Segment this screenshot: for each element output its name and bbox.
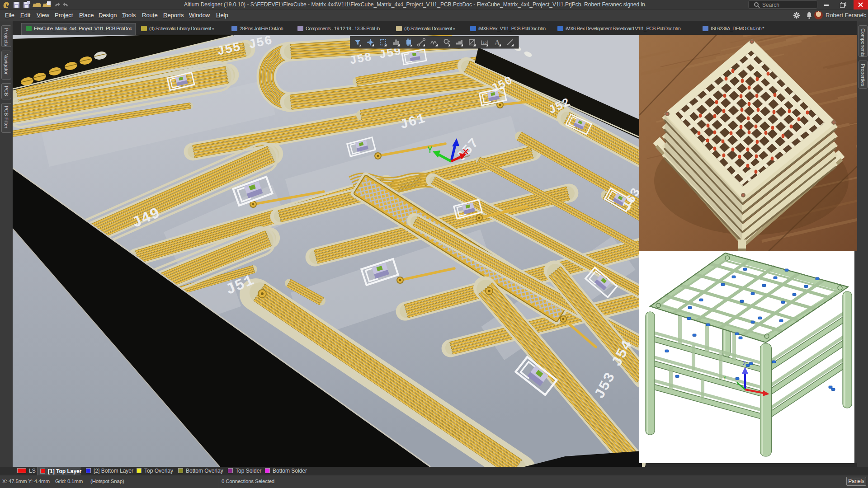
- svg-text:Y: Y: [723, 375, 726, 380]
- svg-text:10: 10: [483, 41, 487, 45]
- svg-text:Z: Z: [743, 361, 746, 366]
